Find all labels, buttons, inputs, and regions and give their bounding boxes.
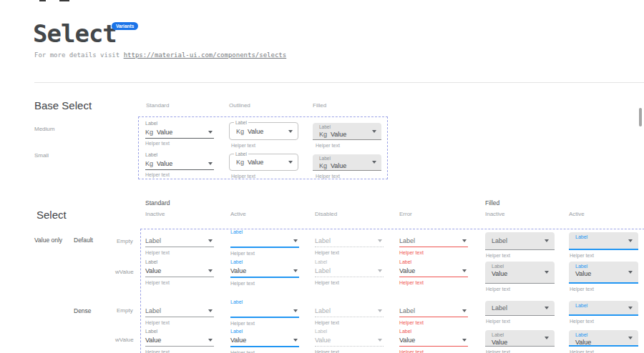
- filled-select-active-default-wvalue[interactable]: LabelValueHelper text: [569, 262, 638, 292]
- select-value-row: KgValue: [145, 127, 214, 138]
- filled-select-inactive-dense-empty[interactable]: LabelHelper text: [485, 301, 555, 324]
- standard-select-error-dense-wvalue[interactable]: LabelValueHelper text: [399, 328, 468, 353]
- floating-label: Label: [319, 124, 375, 130]
- select-value-row: Value: [399, 335, 468, 346]
- dropdown-arrow-icon: [378, 239, 382, 242]
- select-value-row: KgValue: [230, 154, 298, 170]
- helper-text: Helper text: [569, 253, 638, 258]
- select-value-row: Value: [315, 335, 384, 346]
- select-value: Value: [157, 129, 172, 136]
- dropdown-arrow-icon: [208, 162, 213, 165]
- floating-label: Label: [315, 328, 384, 335]
- select-value: Label: [492, 237, 507, 246]
- dropdown-arrow-icon: [545, 337, 549, 339]
- material-ui-link[interactable]: https://material-ui.com/components/selec…: [124, 51, 287, 59]
- select-value-row: Label: [145, 306, 214, 317]
- helper-text: Helper text: [569, 349, 638, 353]
- floating-label: Label: [145, 120, 214, 127]
- standard-select-disabled-dense-wvalue[interactable]: LabelValueHelper text: [315, 328, 384, 353]
- floating-label: [399, 299, 468, 306]
- floating-label: Label: [145, 151, 214, 159]
- adornment-text: Kg: [145, 129, 153, 136]
- helper-text: Helper text: [231, 143, 298, 148]
- base-select-filled-small[interactable]: LabelKgValueHelper text: [313, 154, 381, 179]
- filled-box: LabelValue: [569, 262, 638, 284]
- dropdown-arrow-icon: [462, 269, 467, 272]
- standard-select-active-dense-empty[interactable]: LabelHelper text: [230, 299, 299, 326]
- standard-select-inactive-dense-wvalue[interactable]: LabelValueHelper text: [145, 328, 214, 353]
- filled-select-active-dense-wvalue[interactable]: LabelValueHelper text: [569, 330, 638, 353]
- dropdown-arrow-icon: [545, 239, 549, 242]
- base-select-outlined-small[interactable]: LabelKgValueHelper text: [229, 154, 298, 179]
- select-value: Label: [315, 307, 331, 314]
- standard-select-disabled-dense-empty[interactable]: LabelHelper text: [315, 299, 384, 325]
- filled-select-inactive-default-wvalue[interactable]: LabelValueHelper text: [485, 262, 555, 292]
- select-value-row: Label: [315, 236, 384, 247]
- dropdown-arrow-icon: [378, 309, 382, 312]
- base-select-standard-small[interactable]: LabelKgValueHelper text: [145, 151, 214, 177]
- helper-text: Helper text: [485, 287, 555, 292]
- dropdown-arrow-icon: [288, 161, 293, 164]
- select-value-row: KgValue: [319, 161, 375, 170]
- base-select-standard-medium[interactable]: LabelKgValueHelper text: [145, 120, 214, 146]
- standard-select-error-default-wvalue[interactable]: LabelValueHelper text: [399, 259, 468, 285]
- helper-text: Helper text: [399, 280, 468, 285]
- filled-select-inactive-default-empty[interactable]: LabelHelper text: [485, 232, 555, 258]
- select-value: Label: [399, 237, 415, 244]
- dropdown-arrow-icon: [293, 309, 298, 312]
- standard-select-inactive-default-empty[interactable]: LabelHelper text: [145, 229, 214, 255]
- base-select-heading: Base Select: [34, 99, 92, 111]
- helper-text: Helper text: [145, 172, 214, 177]
- standard-select-inactive-dense-empty[interactable]: LabelHelper text: [145, 299, 214, 325]
- row-group-value-only: Value only: [34, 237, 62, 244]
- helper-text: Helper text: [399, 320, 468, 325]
- outlined-box: LabelKgValue: [229, 154, 298, 171]
- helper-text: Helper text: [315, 349, 384, 353]
- base-select-outlined-medium[interactable]: LabelKgValueHelper text: [229, 122, 298, 148]
- outlined-box: LabelKgValue: [229, 122, 298, 140]
- dropdown-arrow-icon: [208, 239, 213, 242]
- standard-select-disabled-default-empty[interactable]: LabelHelper text: [315, 229, 384, 255]
- variants-badge[interactable]: Variants: [112, 22, 138, 30]
- select-heading: Select: [36, 209, 67, 221]
- select-value: Value: [492, 269, 548, 279]
- dropdown-arrow-icon: [208, 131, 213, 134]
- floating-label: [315, 229, 384, 236]
- vertical-scrollbar-thumb[interactable]: [639, 108, 642, 126]
- select-value-row: Label: [315, 306, 384, 317]
- base-col-header-outlined: Outlined: [229, 102, 250, 109]
- standard-select-inactive-default-wvalue[interactable]: LabelValueHelper text: [145, 259, 214, 285]
- helper-text: Helper text: [231, 174, 298, 179]
- dropdown-arrow-icon: [462, 239, 467, 242]
- underline: [315, 277, 384, 277]
- filled-select-active-default-empty[interactable]: LabelHelper text: [569, 232, 638, 258]
- helper-text: Helper text: [569, 319, 638, 324]
- density-label-dense: Dense: [74, 307, 92, 314]
- standard-select-error-dense-empty[interactable]: LabelHelper text: [399, 299, 468, 325]
- adornment-text: Kg: [145, 160, 153, 167]
- underline: [145, 346, 214, 347]
- filled-box: LabelValue: [485, 262, 555, 284]
- row-label-wvalue-1: wValue: [115, 269, 134, 275]
- base-select-filled-medium[interactable]: LabelKgValueHelper text: [313, 123, 381, 148]
- col-header-inactive-4: Inactive: [485, 211, 505, 217]
- group-header-filled: Filled: [485, 199, 499, 207]
- underline: [145, 169, 214, 170]
- dropdown-arrow-icon: [462, 309, 467, 312]
- floating-label: [399, 229, 468, 236]
- filled-select-inactive-dense-wvalue[interactable]: LabelValueHelper text: [485, 330, 555, 353]
- standard-select-active-dense-wvalue[interactable]: LabelValueHelper text: [230, 328, 299, 353]
- underline: [230, 277, 299, 278]
- filled-select-active-dense-empty[interactable]: LabelHelper text: [569, 301, 638, 324]
- underline: [399, 247, 468, 247]
- select-value: Value: [399, 337, 415, 344]
- standard-select-active-default-empty[interactable]: LabelHelper text: [230, 229, 299, 256]
- select-value: Value: [315, 337, 331, 344]
- standard-select-disabled-default-wvalue[interactable]: LabelLabelHelper text: [315, 259, 384, 285]
- base-col-header-standard: Standard: [146, 102, 169, 109]
- filled-box: Label: [569, 301, 638, 316]
- floating-label: Label: [492, 263, 548, 269]
- standard-select-error-default-empty[interactable]: LabelHelper text: [399, 229, 468, 255]
- standard-select-active-default-wvalue[interactable]: LabelValueHelper text: [230, 259, 299, 286]
- floating-label: [315, 299, 384, 306]
